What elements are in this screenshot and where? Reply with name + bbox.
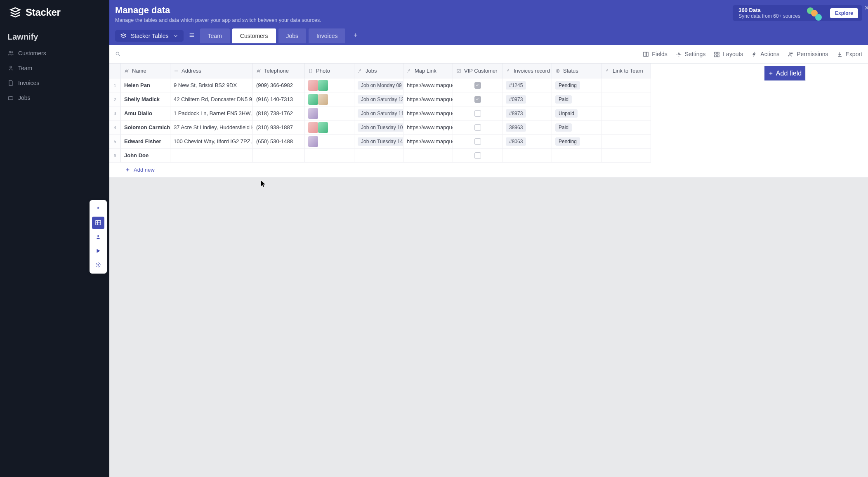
table-row[interactable]: 6 John Doe [109,149,868,163]
cell-vip[interactable] [453,135,502,149]
checkbox[interactable] [474,82,481,89]
user-view-button[interactable] [92,231,104,243]
cell-address[interactable]: 37 Acre St Lindley, Huddersfield H [170,120,253,135]
col-linkteam[interactable]: Link to Team [601,64,651,78]
cell-maplink[interactable]: https://www.mapque [403,92,453,106]
cell-maplink[interactable]: https://www.mapque [403,135,453,149]
cell-telephone[interactable]: (916) 140-7313 [253,92,305,106]
cell-photo[interactable] [305,120,354,135]
col-vip[interactable]: VIP Customer [453,64,502,78]
cell-name[interactable]: Edward Fisher [121,135,170,149]
search-input[interactable] [115,51,634,57]
cell-jobs[interactable] [354,149,403,163]
cell-telephone[interactable]: (909) 366-6982 [253,78,305,92]
cell-maplink[interactable]: https://www.mapque [403,120,453,135]
cell-maplink[interactable] [403,149,453,163]
cell-photo[interactable] [305,78,354,92]
cell-address[interactable]: 42 Chiltern Rd, Doncaster DN5 9F [170,92,253,106]
cell-name[interactable]: John Doe [121,149,170,163]
checkbox[interactable] [474,152,481,159]
cell-vip[interactable] [453,149,502,163]
cell-status[interactable]: Pending [552,78,601,92]
sidebar-item-team[interactable]: Team [0,61,109,76]
settings-button[interactable] [92,259,104,271]
cell-name[interactable]: Helen Pan [121,78,170,92]
sidebar-item-invoices[interactable]: Invoices [0,76,109,90]
export-button[interactable]: Export [837,51,862,57]
tab-customers[interactable]: Customers [232,28,276,43]
actions-button[interactable]: Actions [751,51,779,57]
cell-invoice[interactable]: #0973 [502,92,552,106]
cell-jobs[interactable]: Job on Monday 09 M [354,78,403,92]
col-jobs[interactable]: Jobs [354,64,403,78]
menu-icon[interactable] [186,29,198,43]
cell-linkteam[interactable] [601,106,651,120]
add-field-button[interactable]: Add field [764,66,806,81]
table-row[interactable]: 5 Edward Fisher 100 Cheviot Way, Ilford … [109,135,868,149]
cell-vip[interactable] [453,78,502,92]
cell-photo[interactable] [305,106,354,120]
cell-jobs[interactable]: Job on Tuesday 14 J [354,135,403,149]
pin-button[interactable] [92,203,104,215]
sidebar-item-jobs[interactable]: Jobs [0,90,109,105]
table-view-button[interactable] [92,217,104,229]
cell-status[interactable]: Paid [552,120,601,135]
table-row[interactable]: 1 Helen Pan 9 New St, Bristol BS2 9DX (9… [109,78,868,92]
cell-status[interactable] [552,149,601,163]
cell-jobs[interactable]: Job on Saturday 11 A [354,106,403,120]
cell-linkteam[interactable] [601,92,651,106]
tab-jobs[interactable]: Jobs [278,28,307,43]
cell-linkteam[interactable] [601,149,651,163]
cell-telephone[interactable]: (818) 738-1762 [253,106,305,120]
cell-telephone[interactable]: (310) 938-1887 [253,120,305,135]
tab-invoices[interactable]: Invoices [309,28,345,43]
cell-linkteam[interactable] [601,135,651,149]
play-button[interactable] [92,245,104,257]
cell-invoice[interactable]: #8063 [502,135,552,149]
cell-vip[interactable] [453,120,502,135]
cell-jobs[interactable]: Job on Tuesday 10 D [354,120,403,135]
cell-linkteam[interactable] [601,120,651,135]
cell-invoice[interactable]: #8973 [502,106,552,120]
col-photo[interactable]: Photo [305,64,354,78]
col-address[interactable]: Address [170,64,253,78]
checkbox[interactable] [474,110,481,117]
add-new-row[interactable]: Add new [109,163,868,177]
cell-status[interactable]: Pending [552,135,601,149]
cell-address[interactable]: 100 Cheviot Way, Ilford IG2 7PZ, S [170,135,253,149]
col-status[interactable]: Status [552,64,601,78]
cell-invoice[interactable]: 38963 [502,120,552,135]
cell-name[interactable]: Shelly Madick [121,92,170,106]
cell-invoice[interactable]: #1245 [502,78,552,92]
cell-vip[interactable] [453,106,502,120]
brand-logo[interactable]: Stacker [0,0,109,25]
table-row[interactable]: 2 Shelly Madick 42 Chiltern Rd, Doncaste… [109,92,868,106]
layouts-button[interactable]: Layouts [714,51,743,57]
cell-address[interactable]: 1 Paddock Ln, Barnet EN5 3HW, U [170,106,253,120]
explore-button[interactable]: Explore [830,8,858,18]
cell-name[interactable]: Amu Diallo [121,106,170,120]
settings-button[interactable]: Settings [676,51,706,57]
cell-telephone[interactable] [253,149,305,163]
tab-team[interactable]: Team [200,28,230,43]
cell-address[interactable] [170,149,253,163]
table-row[interactable]: 4 Solomon Carmichael 37 Acre St Lindley,… [109,120,868,135]
cell-vip[interactable] [453,92,502,106]
cell-status[interactable]: Paid [552,92,601,106]
col-name[interactable]: Name [121,64,170,78]
col-invoices[interactable]: Invoices record [502,64,552,78]
close-icon[interactable]: ✕ [864,4,868,12]
sidebar-item-customers[interactable]: Customers [0,46,109,61]
cell-telephone[interactable]: (650) 530-1488 [253,135,305,149]
cell-linkteam[interactable] [601,78,651,92]
checkbox[interactable] [474,124,481,131]
add-tab-button[interactable] [348,28,363,43]
cell-address[interactable]: 9 New St, Bristol BS2 9DX [170,78,253,92]
source-selector[interactable]: Stacker Tables [115,30,184,42]
col-maplink[interactable]: Map Link [403,64,453,78]
checkbox[interactable] [474,96,481,103]
cell-jobs[interactable]: Job on Saturday 13 J [354,92,403,106]
table-row[interactable]: 3 Amu Diallo 1 Paddock Ln, Barnet EN5 3H… [109,106,868,120]
cell-name[interactable]: Solomon Carmichael [121,120,170,135]
checkbox[interactable] [474,138,481,145]
